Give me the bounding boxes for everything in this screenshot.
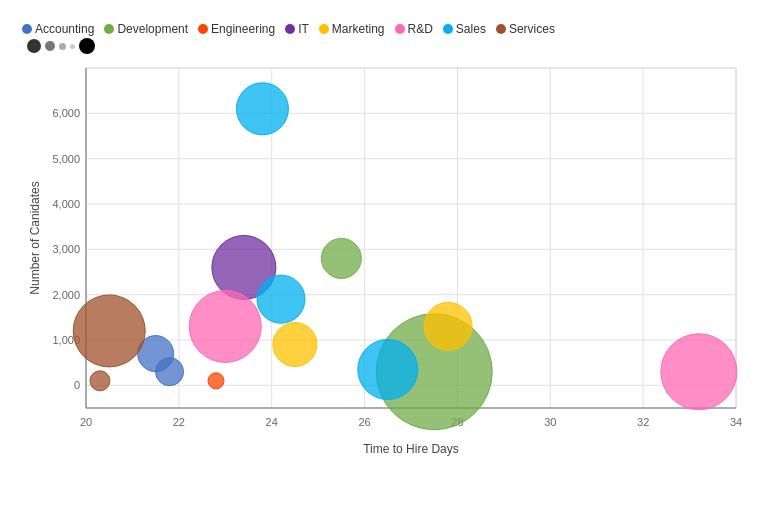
- svg-text:0: 0: [74, 379, 80, 391]
- bubble-7: [424, 302, 472, 350]
- svg-text:6,000: 6,000: [52, 107, 80, 119]
- legend-item-sales: Sales: [443, 22, 486, 36]
- legend-item-development: Development: [104, 22, 188, 36]
- svg-text:2,000: 2,000: [52, 289, 80, 301]
- legend-text-services: Services: [509, 22, 555, 36]
- legend-dot-accounting: [22, 24, 32, 34]
- svg-text:24: 24: [266, 416, 278, 428]
- scatter-plot: 01,0002,0003,0004,0005,0006,000202224262…: [26, 58, 756, 458]
- legend-dot-services: [496, 24, 506, 34]
- legend-text-sales: Sales: [456, 22, 486, 36]
- division-legend-row: AccountingDevelopmentEngineeringITMarket…: [16, 22, 752, 36]
- legend-dot-marketing: [319, 24, 329, 34]
- bubble-6: [273, 323, 317, 367]
- legend-item-it: IT: [285, 22, 309, 36]
- age-circle-2: [45, 41, 55, 51]
- svg-text:5,000: 5,000: [52, 153, 80, 165]
- bubble-13: [73, 295, 145, 367]
- legend-dot-it: [285, 24, 295, 34]
- age-legend: [22, 38, 100, 54]
- svg-text:Number of Canidates: Number of Canidates: [28, 181, 42, 294]
- svg-text:30: 30: [544, 416, 556, 428]
- legend-text-r&d: R&D: [408, 22, 433, 36]
- bubble-8: [189, 290, 261, 362]
- legend-dot-sales: [443, 24, 453, 34]
- legend-dot-development: [104, 24, 114, 34]
- svg-text:26: 26: [358, 416, 370, 428]
- svg-text:32: 32: [637, 416, 649, 428]
- legend-item-accounting: Accounting: [22, 22, 94, 36]
- legend-text-engineering: Engineering: [211, 22, 275, 36]
- legend-dot-r&d: [395, 24, 405, 34]
- legend-item-services: Services: [496, 22, 555, 36]
- age-circle-1: [27, 39, 41, 53]
- age-legend-row: [16, 38, 752, 54]
- bubble-9: [661, 334, 737, 410]
- bubble-14: [90, 371, 110, 391]
- bubble-12: [358, 339, 418, 399]
- bubble-11: [257, 275, 305, 323]
- svg-text:22: 22: [173, 416, 185, 428]
- legend-item-engineering: Engineering: [198, 22, 275, 36]
- bubble-4: [208, 373, 224, 389]
- svg-text:3,000: 3,000: [52, 243, 80, 255]
- chart-container: AccountingDevelopmentEngineeringITMarket…: [0, 0, 768, 510]
- bubble-10: [236, 83, 288, 135]
- legend-dot-engineering: [198, 24, 208, 34]
- bubble-2: [321, 238, 361, 278]
- svg-text:4,000: 4,000: [52, 198, 80, 210]
- legend-item-marketing: Marketing: [319, 22, 385, 36]
- age-circle-5: [79, 38, 95, 54]
- bubble-1: [156, 358, 184, 386]
- legend-text-development: Development: [117, 22, 188, 36]
- svg-text:20: 20: [80, 416, 92, 428]
- legend-text-marketing: Marketing: [332, 22, 385, 36]
- age-circle-3: [59, 43, 66, 50]
- svg-text:Time to Hire Days: Time to Hire Days: [363, 442, 459, 456]
- svg-text:34: 34: [730, 416, 742, 428]
- legend-item-r&d: R&D: [395, 22, 433, 36]
- age-circle-4: [70, 44, 75, 49]
- legend-text-accounting: Accounting: [35, 22, 94, 36]
- legend-text-it: IT: [298, 22, 309, 36]
